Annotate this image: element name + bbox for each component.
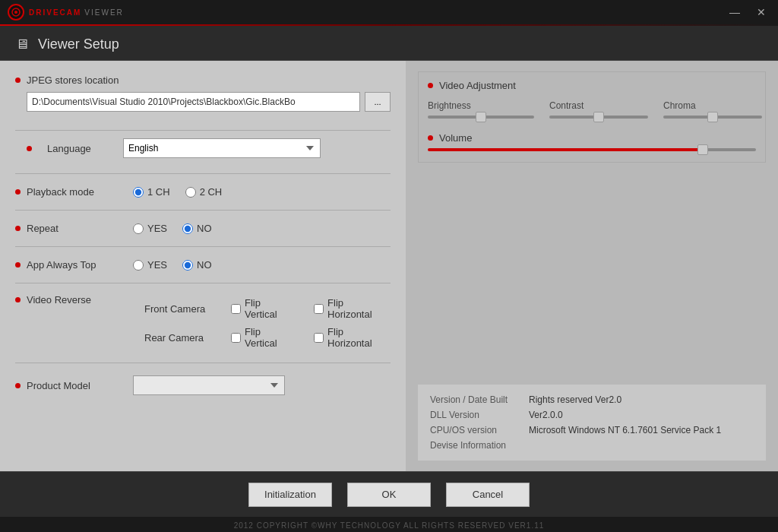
language-section: Language English Korean Japanese Chinese [15,138,391,158]
version-value-cell: Rights reserved Ver2.0 [524,392,758,407]
footer-copyright: 2012 COPYRIGHT ©WHY TECHNOLOGY ALL RIGHT… [234,521,545,530]
playback-2ch-label[interactable]: 2 CH [185,186,223,198]
browse-button[interactable]: ... [365,92,391,112]
contrast-slider[interactable] [549,116,648,119]
repeat-no-label[interactable]: NO [182,223,212,234]
chroma-label: Chroma [663,100,696,111]
language-select[interactable]: English Korean Japanese Chinese [123,138,321,158]
cpu-os-row: CPU/OS version Microsoft Windows NT 6.1.… [425,423,758,438]
jpeg-path-input[interactable] [27,92,360,112]
rear-flip-vertical-checkbox[interactable] [231,333,241,343]
jpeg-label-row: JPEG stores location [15,74,391,86]
front-camera-row: Front Camera Flip Vertical Flip Horizont… [144,294,391,323]
playback-section: Playback mode 1 CH 2 CH [15,182,391,202]
ok-button[interactable]: OK [347,483,431,507]
front-flip-h-label[interactable]: Flip Horizontal [314,297,391,320]
front-flip-v-text: Flip Vertical [245,297,296,320]
repeat-label: Repeat [27,223,133,234]
divider-2 [15,173,391,174]
app-always-top-radio-group: YES NO [133,259,212,271]
device-info-label-cell: Devise Information [425,438,524,453]
video-adjustment-title-row: Video Adjustment [428,80,756,91]
initialization-button[interactable]: Initialization [248,483,332,507]
front-flip-vertical-checkbox[interactable] [231,304,241,314]
brightness-col: Brightness [428,100,542,119]
volume-slider[interactable] [428,148,756,151]
sliders-row: Brightness Contrast Chroma [428,100,756,119]
playback-radio-group: 1 CH 2 CH [133,186,222,198]
rear-camera-row: Rear Camera Flip Vertical Flip Horizonta… [144,323,391,352]
video-reverse-cameras: Front Camera Flip Vertical Flip Horizont… [144,294,391,352]
app-always-top-no-radio[interactable] [182,260,193,271]
dll-version-value-cell: Ver2.0.0 [524,407,758,423]
jpeg-label: JPEG stores location [27,74,119,86]
rear-flip-v-label[interactable]: Flip Vertical [231,326,296,349]
cancel-button[interactable]: Cancel [446,483,530,507]
repeat-yes-label[interactable]: YES [133,223,167,234]
app-always-top-yes-text: YES [147,259,167,271]
rear-flip-horizontal-checkbox[interactable] [314,333,324,343]
playback-1ch-text: 1 CH [147,186,170,198]
divider-5 [15,283,391,283]
playback-2ch-radio[interactable] [185,187,196,198]
app-always-top-label: App Always Top [27,259,133,271]
repeat-yes-radio[interactable] [133,223,144,234]
video-adjustment-section: Video Adjustment Brightness Contrast Chr… [418,71,766,163]
app-always-top-yes-radio[interactable] [133,260,144,271]
repeat-no-text: NO [197,223,212,234]
playback-1ch-label[interactable]: 1 CH [133,186,170,198]
device-info-row: Devise Information [425,438,758,453]
app-always-top-no-label[interactable]: NO [182,259,212,271]
front-flip-horizontal-checkbox[interactable] [314,304,324,314]
chroma-col: Chroma [656,100,770,119]
right-panel: Video Adjustment Brightness Contrast Chr… [406,61,778,471]
video-reverse-section: Video Reverse Front Camera Flip Vertical… [15,291,391,355]
dll-version-row: DLL Version Ver2.0.0 [425,407,758,423]
repeat-dot [15,226,21,231]
divider-6 [15,363,391,363]
front-flip-v-label[interactable]: Flip Vertical [231,297,296,320]
contrast-col: Contrast [542,100,656,119]
app-brand: DRIVECAM [29,8,81,17]
app-logo-icon [8,4,24,21]
close-button[interactable]: ✕ [752,5,770,19]
main-window: 🖥 Viewer Setup JPEG stores location ... [0,26,778,532]
app-always-top-section: App Always Top YES NO [15,255,391,275]
language-label: Language [47,143,108,154]
video-adjustment-title: Video Adjustment [439,80,516,91]
version-info-spacer [418,172,766,385]
product-model-section: Product Model [15,371,391,400]
version-info-section: Version / Date Built Rights reserved Ver… [418,385,766,461]
repeat-yes-text: YES [147,223,167,234]
content-area: JPEG stores location ... Language Englis… [0,61,778,471]
window-header: 🖥 Viewer Setup [0,26,778,61]
repeat-radio-group: YES NO [133,223,212,234]
playback-2ch-text: 2 CH [200,186,223,198]
svg-point-2 [14,11,17,14]
jpeg-section: JPEG stores location ... [15,74,391,112]
playback-1ch-radio[interactable] [133,187,144,198]
window-title: Viewer Setup [38,36,119,52]
app-viewer-label: VIEWER [84,8,123,17]
version-table: Version / Date Built Rights reserved Ver… [425,392,758,453]
brightness-slider[interactable] [428,116,534,119]
rear-camera-label: Rear Camera [144,332,220,344]
window-icon: 🖥 [15,36,29,52]
volume-section: Volume [428,132,756,151]
product-model-select[interactable] [133,375,285,395]
jpeg-dot [15,78,21,83]
version-row: Version / Date Built Rights reserved Ver… [425,392,758,407]
app-always-top-yes-label[interactable]: YES [133,259,167,271]
rear-flip-v-text: Flip Vertical [245,326,296,349]
product-model-dot [15,383,21,388]
dll-version-label-cell: DLL Version [425,407,524,423]
cpu-os-value-cell: Microsoft Windows NT 6.1.7601 Service Pa… [524,423,758,438]
footer: 2012 COPYRIGHT ©WHY TECHNOLOGY ALL RIGHT… [0,517,778,532]
rear-flip-h-label[interactable]: Flip Horizontal [314,326,391,349]
product-model-label: Product Model [27,380,133,391]
repeat-no-radio[interactable] [182,223,193,234]
rear-flip-h-text: Flip Horizontal [327,326,391,349]
playback-dot [15,189,21,195]
minimize-button[interactable]: — [725,5,745,19]
chroma-slider[interactable] [663,116,762,119]
